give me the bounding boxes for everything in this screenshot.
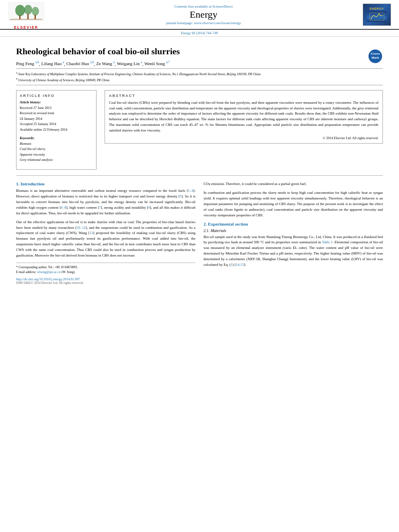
heating-word: heating: [331, 251, 341, 255]
elsevier-text: ELSEVIER: [8, 25, 44, 29]
section21-heading: 2.1. Materials: [204, 228, 383, 233]
journal-center-header: Contents lists available at ScienceDirec…: [44, 4, 363, 25]
footnote-email: E-mail address: wlsong@ipe.ac.cn (W. Son…: [16, 270, 195, 275]
keyword-viscosity: Apparent viscosity: [20, 152, 93, 158]
section-divider: [16, 175, 383, 176]
author-ping-feng: Ping Feng a,b: [16, 61, 39, 66]
revised-label: Received in revised form: [20, 111, 93, 116]
article-history: Article history: Received 27 June 2013 R…: [20, 100, 93, 133]
materials-para: Bio-oil sample used in the study was fro…: [204, 234, 383, 268]
revised-date: 24 January 2014: [20, 116, 93, 122]
svg-point-1: [15, 5, 25, 16]
author-chaofei-huo: Chaofei Huo a,b: [66, 61, 94, 66]
keyword-cbs: Coal bio-oil slurry: [20, 146, 93, 152]
homepage-url[interactable]: www.elsevier.com/locate/energy: [194, 21, 241, 25]
intro-para-1: Biomass is an important alternative rene…: [16, 188, 195, 216]
received-date: Received 27 June 2013: [20, 105, 93, 111]
author-wenli-song: Wenli Song a,*: [144, 61, 170, 66]
citation-line: Energy 66 (2014) 744–749: [0, 30, 399, 37]
body-right-col: CO₂ emission. Therefore, it could be con…: [204, 181, 383, 285]
crossmark-badge: Cross Mark: [368, 49, 383, 64]
article-info-box: ARTICLE INFO Article history: Received 2…: [16, 90, 97, 170]
intro-para-combustion: In combustion and gasification process t…: [204, 190, 383, 218]
footnote-area: * Corresponding author. Tel.: +86 10 648…: [16, 263, 195, 285]
body-text: 1. Introduction Biomass is an important …: [16, 181, 383, 285]
keywords-title: Keywords:: [20, 136, 93, 140]
abstract-box: ABSTRACT Coal bio-oil slurries (CBSs) we…: [105, 90, 383, 144]
abstract-label: ABSTRACT: [109, 94, 378, 98]
intro-para-2: One of the effective applications of bio…: [16, 220, 195, 259]
svg-rect-6: [35, 15, 36, 19]
article-title: Rheological behavior of coal bio-oil slu…: [16, 46, 383, 58]
intro-para-co2: CO₂ emission. Therefore, it could be con…: [204, 181, 383, 187]
abstract-column: ABSTRACT Coal bio-oil slurries (CBSs) we…: [105, 90, 383, 170]
accepted-date: Accepted 25 January 2014: [20, 121, 93, 127]
keywords-section: Keywords: Biomass Coal bio-oil slurry Ap…: [20, 136, 93, 163]
online-date: Available online 22 February 2014: [20, 127, 93, 133]
body-left-col: 1. Introduction Biomass is an important …: [16, 181, 195, 285]
journal-header: ELSEVIER Contents lists available at Sci…: [0, 0, 399, 30]
svg-text:Cross: Cross: [371, 52, 380, 55]
affiliation-b: b University of Chinese Academy of Scien…: [16, 77, 383, 83]
energy-journal-logo: ENERGY: [363, 4, 391, 26]
svg-point-2: [24, 5, 32, 14]
keyword-grey: Grey relational analysis: [20, 157, 93, 163]
author-lifang-hao: Lifang Hao a: [41, 61, 64, 66]
svg-point-3: [32, 7, 39, 16]
section2-heading: 2. Experimental section: [204, 222, 383, 226]
main-content: Rheological behavior of coal bio-oil slu…: [0, 37, 399, 291]
svg-rect-4: [19, 15, 21, 19]
keyword-biomass: Biomass: [20, 141, 93, 147]
elsevier-logo: ELSEVIER: [8, 2, 44, 27]
svg-rect-5: [27, 14, 29, 19]
footnote-corresponding: * Corresponding author. Tel.: +86 10 648…: [16, 265, 195, 270]
abstract-text: Coal bio-oil slurries (CBSs) were prepar…: [109, 100, 378, 134]
energy-logo-text: ENERGY: [370, 7, 384, 10]
author-weigang-lin: Weigang Lin a: [117, 61, 142, 66]
journal-title: Energy: [52, 9, 355, 20]
issn-line: 0360-5442/© 2014 Elsevier Ltd. All right…: [16, 281, 195, 285]
affiliation-a: a State Key Laboratory of Multiphase Com…: [16, 71, 383, 77]
article-info-label: ARTICLE INFO: [20, 94, 93, 98]
copyright-line: © 2014 Elsevier Ltd. All rights reserved…: [109, 136, 378, 140]
science-direct-line: Contents lists available at ScienceDirec…: [52, 4, 355, 8]
science-direct-link-text[interactable]: ScienceDirect: [212, 4, 232, 8]
email-link[interactable]: wlsong@ipe.ac.cn: [37, 270, 61, 274]
affiliations: a State Key Laboratory of Multiphase Com…: [16, 68, 383, 85]
section1-heading: 1. Introduction: [16, 181, 195, 186]
doi-link[interactable]: http://dx.doi.org/10.1016/j.energy.2014.…: [16, 277, 195, 281]
journal-homepage: journal homepage: www.elsevier.com/locat…: [52, 21, 355, 25]
article-info-abstract-section: ARTICLE INFO Article history: Received 2…: [16, 90, 383, 170]
authors-line: Ping Feng a,b, Lifang Hao a, Chaofei Huo…: [16, 61, 383, 66]
svg-text:Mark: Mark: [372, 56, 379, 60]
author-ze-wang: Ze Wang a: [96, 61, 115, 66]
history-title: Article history:: [20, 100, 93, 104]
article-info-column: ARTICLE INFO Article history: Received 2…: [16, 90, 97, 170]
